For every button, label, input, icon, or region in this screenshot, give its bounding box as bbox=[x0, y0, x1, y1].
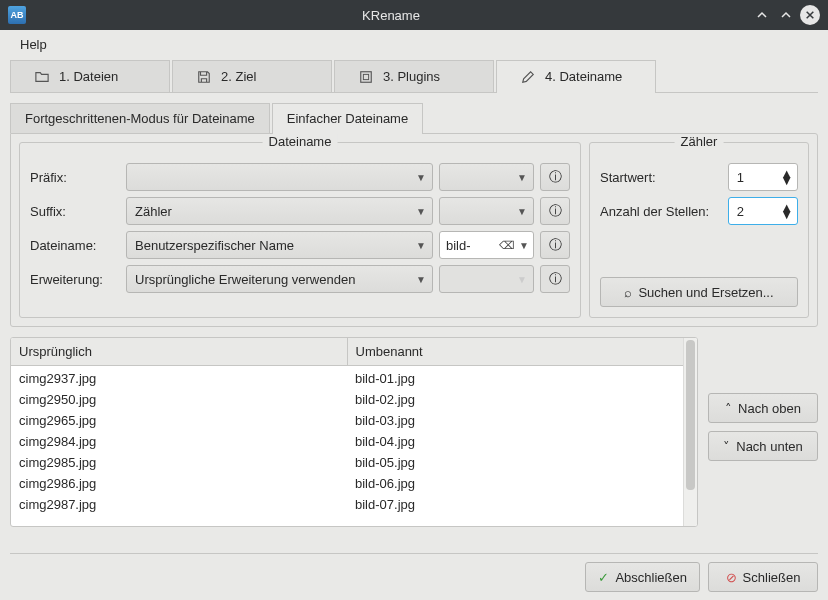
chevron-down-icon: ▼ bbox=[416, 206, 426, 217]
table-row[interactable]: cimg2985.jpgbild-05.jpg bbox=[11, 452, 683, 473]
suffix-combo[interactable]: Zähler▼ bbox=[126, 197, 433, 225]
digits-value-spin[interactable]: 2 ▲▼ bbox=[728, 197, 798, 225]
cell-renamed: bild-07.jpg bbox=[347, 494, 683, 515]
menubar: Help bbox=[0, 30, 828, 58]
counter-legend: Zähler bbox=[675, 134, 724, 149]
cell-original: cimg2965.jpg bbox=[11, 410, 347, 431]
move-down-button[interactable]: ˅ Nach unten bbox=[708, 431, 818, 461]
cell-renamed: bild-02.jpg bbox=[347, 389, 683, 410]
cell-renamed: bild-04.jpg bbox=[347, 431, 683, 452]
info-icon: ⓘ bbox=[549, 168, 562, 186]
tab-label: 4. Dateiname bbox=[545, 69, 622, 84]
preview-table: Ursprünglich Umbenannt cimg2937.jpgbild-… bbox=[10, 337, 698, 527]
cell-original: cimg2937.jpg bbox=[11, 368, 347, 389]
search-replace-button[interactable]: ⌕ Suchen und Ersetzen... bbox=[600, 277, 798, 307]
chevron-up-icon: ˄ bbox=[725, 401, 732, 416]
save-icon bbox=[197, 70, 211, 84]
info-icon: ⓘ bbox=[549, 202, 562, 220]
suffix-text-combo[interactable]: ▼ bbox=[439, 197, 534, 225]
spin-arrows[interactable]: ▲▼ bbox=[780, 170, 793, 184]
table-row[interactable]: cimg2950.jpgbild-02.jpg bbox=[11, 389, 683, 410]
chevron-down-icon: ▼ bbox=[416, 240, 426, 251]
window-title: KRename bbox=[34, 8, 748, 23]
clear-icon[interactable]: ⌫ bbox=[499, 239, 515, 252]
tab-label: 3. Plugins bbox=[383, 69, 440, 84]
tab-plugins[interactable]: 3. Plugins bbox=[334, 60, 494, 92]
suffix-info-button[interactable]: ⓘ bbox=[540, 197, 570, 225]
subtabs: Fortgeschrittenen-Modus für Dateiname Ei… bbox=[10, 103, 818, 133]
chevron-down-icon: ▼ bbox=[416, 172, 426, 183]
start-value-spin[interactable]: 1 ▲▼ bbox=[728, 163, 798, 191]
close-window-button[interactable] bbox=[800, 5, 820, 25]
subtab-simple[interactable]: Einfacher Dateiname bbox=[272, 103, 423, 133]
plugin-icon bbox=[359, 70, 373, 84]
suffix-label: Suffix: bbox=[30, 204, 120, 219]
maximize-button[interactable] bbox=[776, 5, 796, 25]
tab-filename[interactable]: 4. Dateiname bbox=[496, 60, 656, 92]
cell-renamed: bild-05.jpg bbox=[347, 452, 683, 473]
chevron-down-icon: ▼ bbox=[517, 206, 527, 217]
filename-group: Dateiname Präfix: ▼ ▼ ⓘ Suffix: Zähler▼ … bbox=[19, 142, 581, 318]
extension-info-button: ⓘ bbox=[540, 265, 570, 293]
check-icon: ✓ bbox=[598, 570, 609, 585]
prefix-info-button[interactable]: ⓘ bbox=[540, 163, 570, 191]
svg-rect-0 bbox=[361, 71, 372, 82]
menu-help[interactable]: Help bbox=[12, 34, 55, 55]
move-up-button[interactable]: ˄ Nach oben bbox=[708, 393, 818, 423]
cell-renamed: bild-06.jpg bbox=[347, 473, 683, 494]
info-icon: ⓘ bbox=[549, 236, 562, 254]
cell-renamed: bild-03.jpg bbox=[347, 410, 683, 431]
chevron-down-icon: ▼ bbox=[517, 172, 527, 183]
scrollbar-thumb[interactable] bbox=[686, 340, 695, 490]
prefix-text-combo[interactable]: ▼ bbox=[439, 163, 534, 191]
table-row[interactable]: cimg2987.jpgbild-07.jpg bbox=[11, 494, 683, 515]
cell-original: cimg2950.jpg bbox=[11, 389, 347, 410]
cell-original: cimg2985.jpg bbox=[11, 452, 347, 473]
chevron-down-icon: ▼ bbox=[519, 240, 529, 251]
simple-filename-panel: Dateiname Präfix: ▼ ▼ ⓘ Suffix: Zähler▼ … bbox=[10, 133, 818, 327]
scrollbar[interactable] bbox=[683, 338, 697, 526]
table-row[interactable]: cimg2986.jpgbild-06.jpg bbox=[11, 473, 683, 494]
filename-legend: Dateiname bbox=[263, 134, 338, 149]
column-original[interactable]: Ursprünglich bbox=[11, 338, 348, 365]
filename-combo[interactable]: Benutzerspezifischer Name▼ bbox=[126, 231, 433, 259]
spin-arrows[interactable]: ▲▼ bbox=[780, 204, 793, 218]
svg-rect-1 bbox=[363, 74, 368, 79]
start-label: Startwert: bbox=[600, 170, 722, 185]
chevron-down-icon: ˅ bbox=[723, 439, 730, 454]
app-icon: AB bbox=[8, 6, 26, 24]
finish-button[interactable]: ✓ Abschließen bbox=[585, 562, 700, 592]
counter-group: Zähler Startwert: 1 ▲▼ Anzahl der Stelle… bbox=[589, 142, 809, 318]
filename-text-input[interactable]: bild- ⌫ ▼ bbox=[439, 231, 534, 259]
cell-original: cimg2987.jpg bbox=[11, 494, 347, 515]
search-icon: ⌕ bbox=[624, 285, 632, 300]
tab-destination[interactable]: 2. Ziel bbox=[172, 60, 332, 92]
filename-info-button[interactable]: ⓘ bbox=[540, 231, 570, 259]
filename-label: Dateiname: bbox=[30, 238, 120, 253]
table-row[interactable]: cimg2965.jpgbild-03.jpg bbox=[11, 410, 683, 431]
tab-label: 1. Dateien bbox=[59, 69, 118, 84]
extension-label: Erweiterung: bbox=[30, 272, 120, 287]
tab-files[interactable]: 1. Dateien bbox=[10, 60, 170, 92]
close-button[interactable]: ⊘ Schließen bbox=[708, 562, 818, 592]
titlebar: AB KRename bbox=[0, 0, 828, 30]
cancel-icon: ⊘ bbox=[726, 570, 737, 585]
info-icon: ⓘ bbox=[549, 270, 562, 288]
prefix-label: Präfix: bbox=[30, 170, 120, 185]
tab-label: 2. Ziel bbox=[221, 69, 256, 84]
folder-icon bbox=[35, 70, 49, 84]
minimize-button[interactable] bbox=[752, 5, 772, 25]
chevron-down-icon: ▼ bbox=[517, 274, 527, 285]
chevron-down-icon: ▼ bbox=[416, 274, 426, 285]
table-row[interactable]: cimg2937.jpgbild-01.jpg bbox=[11, 368, 683, 389]
column-renamed[interactable]: Umbenannt bbox=[348, 338, 684, 365]
extension-combo[interactable]: Ursprüngliche Erweiterung verwenden▼ bbox=[126, 265, 433, 293]
step-tabs: 1. Dateien 2. Ziel 3. Plugins 4. Dateina… bbox=[10, 60, 818, 93]
table-row[interactable]: cimg2984.jpgbild-04.jpg bbox=[11, 431, 683, 452]
prefix-combo[interactable]: ▼ bbox=[126, 163, 433, 191]
edit-icon bbox=[521, 70, 535, 84]
subtab-advanced[interactable]: Fortgeschrittenen-Modus für Dateiname bbox=[10, 103, 270, 133]
cell-renamed: bild-01.jpg bbox=[347, 368, 683, 389]
cell-original: cimg2986.jpg bbox=[11, 473, 347, 494]
digits-label: Anzahl der Stellen: bbox=[600, 204, 722, 219]
